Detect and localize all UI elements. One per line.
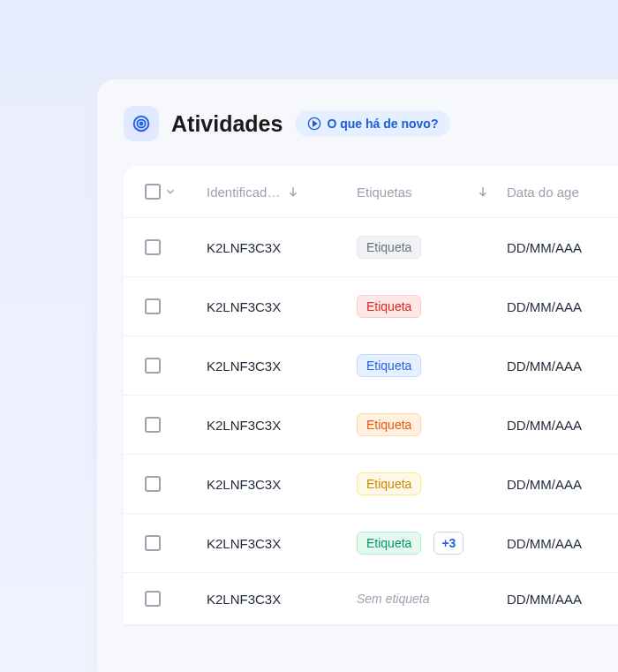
column-header-tags[interactable]: Etiquetas xyxy=(357,185,507,200)
row-checkbox[interactable] xyxy=(145,535,161,551)
svg-marker-4 xyxy=(313,121,317,125)
no-tag-label: Sem etiqueta xyxy=(357,592,430,606)
row-identifier: K2LNF3C3X xyxy=(207,418,357,433)
tag-badge[interactable]: Etiqueta xyxy=(357,532,421,555)
tag-badge[interactable]: Etiqueta xyxy=(357,295,421,318)
play-circle-icon xyxy=(307,117,321,131)
row-tags: Etiqueta xyxy=(357,413,507,436)
row-identifier: K2LNF3C3X xyxy=(207,299,357,314)
row-identifier: K2LNF3C3X xyxy=(207,592,357,607)
page-title: Atividades xyxy=(171,111,283,137)
svg-point-2 xyxy=(140,123,143,125)
activity-panel: Atividades O que há de novo? Identificad… xyxy=(97,79,618,672)
row-identifier: K2LNF3C3X xyxy=(207,477,357,492)
table-row[interactable]: K2LNF3C3XEtiquetaDD/MM/AAA xyxy=(124,336,618,396)
row-date: DD/MM/AAA xyxy=(507,299,618,314)
table-row[interactable]: K2LNF3C3XEtiquetaDD/MM/AAA xyxy=(124,396,618,455)
whats-new-label: O que há de novo? xyxy=(327,117,438,131)
whats-new-button[interactable]: O que há de novo? xyxy=(295,110,450,137)
table-row[interactable]: K2LNF3C3XEtiquetaDD/MM/AAA xyxy=(124,218,618,277)
tag-badge[interactable]: Etiqueta xyxy=(357,354,421,377)
row-checkbox[interactable] xyxy=(145,476,161,492)
table-row[interactable]: K2LNF3C3XEtiqueta+3DD/MM/AAA xyxy=(124,514,618,573)
table-row[interactable]: K2LNF3C3XEtiquetaDD/MM/AAA xyxy=(124,455,618,514)
row-tags: Etiqueta xyxy=(357,236,507,259)
chevron-down-icon[interactable] xyxy=(164,185,177,198)
table-row[interactable]: K2LNF3C3XSem etiquetaDD/MM/AAA xyxy=(124,573,618,625)
row-date: DD/MM/AAA xyxy=(507,418,618,433)
activity-table: Identificad… Etiquetas Data do age K2LNF… xyxy=(124,166,618,625)
tag-badge[interactable]: Etiqueta xyxy=(357,413,421,436)
row-date: DD/MM/AAA xyxy=(507,536,618,551)
select-all-checkbox[interactable] xyxy=(145,184,161,200)
row-date: DD/MM/AAA xyxy=(507,240,618,255)
row-tags: Etiqueta xyxy=(357,354,507,377)
table-header-row: Identificad… Etiquetas Data do age xyxy=(124,166,618,218)
row-identifier: K2LNF3C3X xyxy=(207,536,357,551)
row-identifier: K2LNF3C3X xyxy=(207,359,357,374)
tag-extra-count[interactable]: +3 xyxy=(433,532,464,555)
row-checkbox[interactable] xyxy=(145,358,161,374)
row-checkbox[interactable] xyxy=(145,591,161,607)
arrow-down-icon xyxy=(477,185,489,198)
row-tags: Etiqueta+3 xyxy=(357,532,507,555)
row-tags: Etiqueta xyxy=(357,295,507,318)
table-row[interactable]: K2LNF3C3XEtiquetaDD/MM/AAA xyxy=(124,277,618,336)
column-header-date[interactable]: Data do age xyxy=(507,185,618,200)
panel-header: Atividades O que há de novo? xyxy=(124,106,618,141)
row-checkbox[interactable] xyxy=(145,298,161,314)
row-checkbox[interactable] xyxy=(145,239,161,255)
row-date: DD/MM/AAA xyxy=(507,477,618,492)
target-icon xyxy=(124,106,159,141)
tag-badge[interactable]: Etiqueta xyxy=(357,472,421,495)
row-identifier: K2LNF3C3X xyxy=(207,240,357,255)
row-checkbox[interactable] xyxy=(145,417,161,433)
tag-badge[interactable]: Etiqueta xyxy=(357,236,421,259)
row-tags: Etiqueta xyxy=(357,472,507,495)
arrow-down-icon xyxy=(287,185,299,198)
row-date: DD/MM/AAA xyxy=(507,359,618,374)
column-header-identifier[interactable]: Identificad… xyxy=(207,185,357,200)
row-tags: Sem etiqueta xyxy=(357,592,507,606)
row-date: DD/MM/AAA xyxy=(507,592,618,607)
